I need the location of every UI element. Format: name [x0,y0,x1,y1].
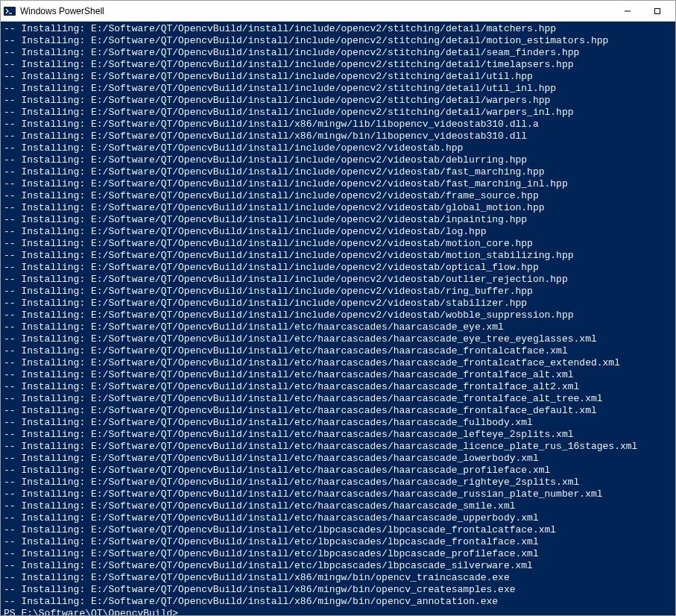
terminal-line: -- Installing: E:/Software/QT/OpencvBuil… [4,214,672,226]
terminal-line: -- Installing: E:/Software/QT/OpencvBuil… [4,357,672,369]
terminal-line: -- Installing: E:/Software/QT/OpencvBuil… [4,477,672,488]
window-title: Windows PowerShell [20,6,613,16]
terminal-line: -- Installing: E:/Software/QT/OpencvBuil… [4,369,672,381]
terminal-line: -- Installing: E:/Software/QT/OpencvBuil… [4,381,672,393]
terminal-line: -- Installing: E:/Software/QT/OpencvBuil… [4,512,672,524]
terminal-line: -- Installing: E:/Software/QT/OpencvBuil… [4,286,672,298]
terminal-line: -- Installing: E:/Software/QT/OpencvBuil… [4,321,672,333]
terminal-line: -- Installing: E:/Software/QT/OpencvBuil… [4,262,672,274]
terminal-line: -- Installing: E:/Software/QT/OpencvBuil… [4,405,672,417]
terminal-line: -- Installing: E:/Software/QT/OpencvBuil… [4,238,672,250]
terminal-line: -- Installing: E:/Software/QT/OpencvBuil… [4,59,672,71]
terminal-line: -- Installing: E:/Software/QT/OpencvBuil… [4,83,672,95]
svg-rect-3 [655,8,660,13]
terminal-prompt: PS E:\Software\QT\OpencvBuild> [4,608,672,615]
terminal-line: -- Installing: E:/Software/QT/OpencvBuil… [4,250,672,262]
terminal-line: -- Installing: E:/Software/QT/OpencvBuil… [4,154,672,166]
terminal-line: -- Installing: E:/Software/QT/OpencvBuil… [4,345,672,357]
terminal-line: -- Installing: E:/Software/QT/OpencvBuil… [4,202,672,214]
terminal-line: -- Installing: E:/Software/QT/OpencvBuil… [4,47,672,59]
terminal-line: -- Installing: E:/Software/QT/OpencvBuil… [4,226,672,238]
terminal-line: -- Installing: E:/Software/QT/OpencvBuil… [4,131,672,142]
terminal-line: -- Installing: E:/Software/QT/OpencvBuil… [4,298,672,309]
terminal-line: -- Installing: E:/Software/QT/OpencvBuil… [4,119,672,131]
terminal-line: -- Installing: E:/Software/QT/OpencvBuil… [4,71,672,83]
terminal-line: -- Installing: E:/Software/QT/OpencvBuil… [4,596,672,608]
terminal-line: -- Installing: E:/Software/QT/OpencvBuil… [4,23,672,35]
terminal-line: -- Installing: E:/Software/QT/OpencvBuil… [4,584,672,596]
terminal-line: -- Installing: E:/Software/QT/OpencvBuil… [4,429,672,441]
minimize-button[interactable] [613,2,642,20]
terminal-line: -- Installing: E:/Software/QT/OpencvBuil… [4,393,672,405]
terminal-line: -- Installing: E:/Software/QT/OpencvBuil… [4,107,672,119]
terminal-line: -- Installing: E:/Software/QT/OpencvBuil… [4,488,672,500]
terminal-line: -- Installing: E:/Software/QT/OpencvBuil… [4,453,672,465]
terminal-line: -- Installing: E:/Software/QT/OpencvBuil… [4,572,672,584]
svg-rect-0 [4,7,16,16]
terminal-line: -- Installing: E:/Software/QT/OpencvBuil… [4,190,672,202]
window-controls [613,2,672,20]
terminal-output[interactable]: -- Installing: E:/Software/QT/OpencvBuil… [1,22,675,615]
terminal-line: -- Installing: E:/Software/QT/OpencvBuil… [4,142,672,154]
terminal-line: -- Installing: E:/Software/QT/OpencvBuil… [4,95,672,107]
powershell-window: Windows PowerShell -- Installing: E:/Sof… [0,0,676,616]
terminal-line: -- Installing: E:/Software/QT/OpencvBuil… [4,35,672,47]
terminal-line: -- Installing: E:/Software/QT/OpencvBuil… [4,417,672,429]
terminal-line: -- Installing: E:/Software/QT/OpencvBuil… [4,500,672,512]
maximize-button[interactable] [642,2,672,20]
terminal-line: -- Installing: E:/Software/QT/OpencvBuil… [4,524,672,536]
terminal-line: -- Installing: E:/Software/QT/OpencvBuil… [4,441,672,453]
terminal-line: -- Installing: E:/Software/QT/OpencvBuil… [4,333,672,345]
terminal-line: -- Installing: E:/Software/QT/OpencvBuil… [4,548,672,560]
terminal-line: -- Installing: E:/Software/QT/OpencvBuil… [4,309,672,321]
powershell-icon [4,5,16,17]
terminal-line: -- Installing: E:/Software/QT/OpencvBuil… [4,274,672,286]
terminal-line: -- Installing: E:/Software/QT/OpencvBuil… [4,178,672,190]
terminal-line: -- Installing: E:/Software/QT/OpencvBuil… [4,166,672,178]
titlebar[interactable]: Windows PowerShell [1,1,675,22]
terminal-line: -- Installing: E:/Software/QT/OpencvBuil… [4,536,672,548]
terminal-line: -- Installing: E:/Software/QT/OpencvBuil… [4,560,672,572]
terminal-line: -- Installing: E:/Software/QT/OpencvBuil… [4,465,672,477]
